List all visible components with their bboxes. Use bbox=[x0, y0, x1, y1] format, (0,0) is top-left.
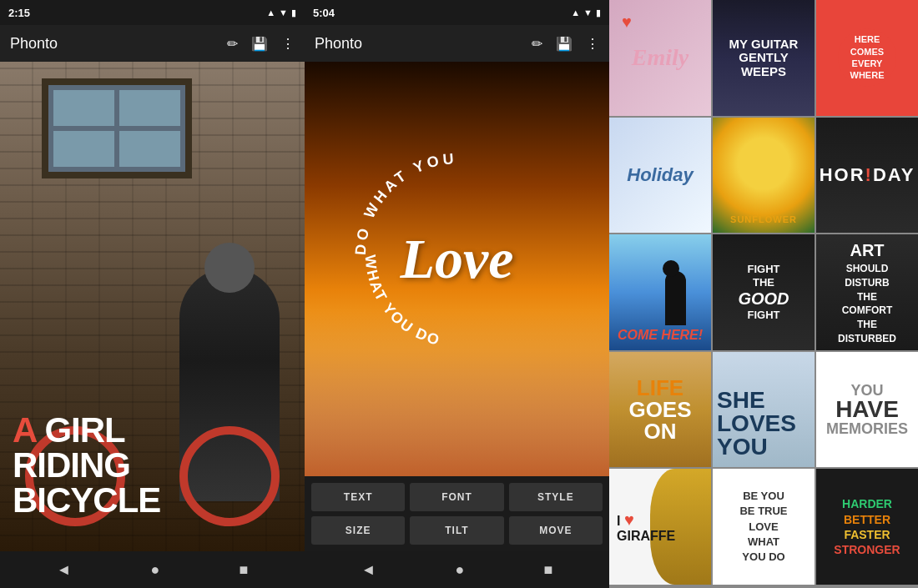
grid-cell-be-you[interactable]: BE YOUBE TRUELOVEWHATYOU DO bbox=[713, 469, 815, 585]
photo1-overlay-text[interactable]: A GIRL RIDING BICYCLE bbox=[13, 413, 160, 518]
guitar-text: MY GUITARGENTLYWEEPS bbox=[726, 34, 802, 83]
circular-text[interactable]: DO WHAT YOU WHAT YOU DO Love bbox=[340, 138, 574, 372]
grid-cell-emily[interactable]: ♥ Emily bbox=[609, 0, 711, 116]
phone2-app-name: Phonto bbox=[315, 35, 532, 53]
here-circle: HERECOMESEVERYWHERE bbox=[838, 28, 896, 87]
holiday-text: Holiday bbox=[623, 162, 696, 188]
more-icon[interactable]: ⋮ bbox=[586, 36, 599, 52]
phone2-status-icons: ▲ ▼ ▮ bbox=[571, 8, 601, 18]
home-button[interactable]: ● bbox=[456, 561, 465, 579]
art-text: ARTSHOULDDISTURBTHECOMFORTTHEDISTURBED bbox=[835, 235, 900, 349]
tilt-button[interactable]: TILT bbox=[410, 516, 503, 545]
window-element bbox=[42, 78, 192, 178]
phone1-panel: 2:15 ▲ ▼ ▮ Phonto ✏ 💾 ⋮ A GIRL RIDING BI… bbox=[0, 0, 305, 588]
battery-icon: ▮ bbox=[596, 8, 601, 18]
more-icon[interactable]: ⋮ bbox=[281, 36, 295, 52]
grid-cell-silhouette[interactable]: Come Here! bbox=[609, 234, 711, 350]
move-button[interactable]: MOVE bbox=[509, 516, 603, 545]
grid-cell-horiday[interactable]: HOR!DAY bbox=[816, 118, 918, 234]
phone2-nav-bar: ◄ ● ■ bbox=[305, 551, 609, 588]
life-goes-text: LIFEGOESON bbox=[625, 374, 694, 445]
giraffe-text: I ♥GIRAFFE bbox=[613, 507, 678, 547]
back-button[interactable]: ◄ bbox=[57, 561, 72, 579]
grid-cell-holiday[interactable]: Holiday bbox=[609, 118, 711, 234]
wifi-icon: ▼ bbox=[583, 8, 593, 18]
you-have-text: YOUHAVEMEMORIES bbox=[823, 379, 911, 440]
edit-icon[interactable]: ✏ bbox=[227, 36, 238, 52]
harder-text: HARDERBETTERFASTERSTRONGER bbox=[830, 493, 903, 560]
style-button[interactable]: STYLE bbox=[509, 483, 603, 511]
recent-button[interactable]: ■ bbox=[544, 561, 553, 579]
phone1-status-icons: ▲ ▼ ▮ bbox=[266, 8, 296, 18]
signal-icon: ▲ bbox=[571, 8, 580, 18]
wifi-icon: ▼ bbox=[279, 8, 288, 18]
fight-text: FIGHTTHEGoodFIGHT bbox=[734, 259, 792, 325]
back-button[interactable]: ◄ bbox=[361, 561, 376, 579]
grid-cell-sunflower[interactable]: SUNFLOWER bbox=[713, 118, 815, 234]
phone2-time: 5:04 bbox=[313, 7, 335, 19]
phone1-toolbar: Phonto ✏ 💾 ⋮ bbox=[0, 25, 305, 62]
save-icon[interactable]: 💾 bbox=[556, 36, 572, 52]
phone2-status-bar: 5:04 ▲ ▼ ▮ bbox=[305, 0, 609, 25]
she-loves-text: SHELOVESYOU bbox=[717, 389, 796, 459]
phone1-app-name: Phonto bbox=[10, 35, 227, 53]
horiday-text: HOR!DAY bbox=[816, 162, 918, 188]
grid-cell-art[interactable]: ARTSHOULDDISTURBTHECOMFORTTHEDISTURBED bbox=[816, 234, 918, 350]
home-button[interactable]: ● bbox=[151, 561, 160, 579]
phone1-nav-bar: ◄ ● ■ bbox=[0, 551, 305, 588]
text-line2: RIDING bbox=[13, 448, 160, 483]
phone2-panel: 5:04 ▲ ▼ ▮ Phonto ✏ 💾 ⋮ DO WHAT YOU bbox=[305, 0, 609, 588]
save-icon[interactable]: 💾 bbox=[251, 36, 268, 52]
font-button[interactable]: FONT bbox=[410, 483, 503, 511]
phone2-edit-toolbar: TEXT FONT STYLE SIZE TILT MOVE bbox=[305, 476, 609, 551]
edit-icon[interactable]: ✏ bbox=[532, 36, 542, 52]
heart-icon: ♥ bbox=[622, 13, 632, 32]
grid-cell-harder[interactable]: HARDERBETTERFASTERSTRONGER bbox=[816, 469, 918, 585]
signal-icon: ▲ bbox=[266, 8, 275, 18]
grid-cell-here[interactable]: HERECOMESEVERYWHERE bbox=[816, 0, 918, 116]
phone1-background: A GIRL RIDING BICYCLE bbox=[0, 62, 305, 551]
phone2-photo: DO WHAT YOU WHAT YOU DO Love bbox=[305, 62, 609, 476]
grid-cell-she-loves[interactable]: SHELOVESYOU bbox=[713, 352, 815, 468]
phone1-time: 2:15 bbox=[8, 7, 30, 19]
come-here-text: Come Here! bbox=[609, 324, 711, 346]
grid-cell-guitar[interactable]: MY GUITARGENTLYWEEPS bbox=[713, 0, 815, 116]
grid-cell-you-have[interactable]: YOUHAVEMEMORIES bbox=[816, 352, 918, 468]
phone1-toolbar-icons: ✏ 💾 ⋮ bbox=[227, 36, 295, 52]
phone2-toolbar-icons: ✏ 💾 ⋮ bbox=[532, 36, 599, 52]
recent-button[interactable]: ■ bbox=[240, 561, 249, 579]
be-you-text: BE YOUBE TRUELOVEWHATYOU DO bbox=[736, 485, 790, 568]
phone2-background: DO WHAT YOU WHAT YOU DO Love bbox=[305, 62, 609, 476]
phone2-toolbar: Phonto ✏ 💾 ⋮ bbox=[305, 25, 609, 62]
battery-icon: ▮ bbox=[291, 8, 296, 18]
text-button[interactable]: TEXT bbox=[311, 483, 405, 511]
examples-grid: ♥ Emily MY GUITARGENTLYWEEPS HERECOMESEV… bbox=[609, 0, 918, 588]
here-text: HERECOMESEVERYWHERE bbox=[850, 34, 885, 82]
text-line1: A GIRL bbox=[13, 413, 160, 448]
grid-cell-fight[interactable]: FIGHTTHEGoodFIGHT bbox=[713, 234, 815, 350]
sunflower-text: SUNFLOWER bbox=[713, 214, 815, 224]
emily-text: Emily bbox=[628, 42, 692, 74]
phone1-status-bar: 2:15 ▲ ▼ ▮ bbox=[0, 0, 305, 25]
phone1-photo: A GIRL RIDING BICYCLE bbox=[0, 62, 305, 551]
grid-cell-life-goes[interactable]: LIFEGOESON bbox=[609, 352, 711, 468]
text-line3: BICYCLE bbox=[13, 483, 160, 518]
size-button[interactable]: SIZE bbox=[311, 516, 405, 545]
center-love-text: Love bbox=[401, 225, 514, 291]
grid-cell-giraffe[interactable]: I ♥GIRAFFE bbox=[609, 469, 711, 585]
